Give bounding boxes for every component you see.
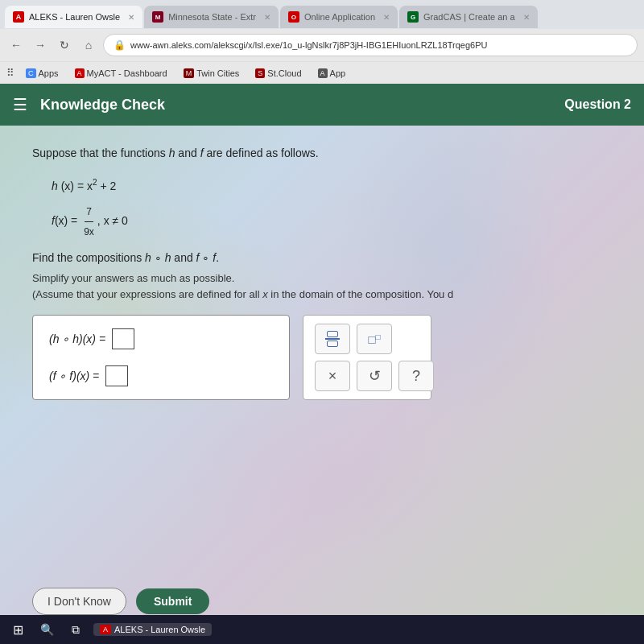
undo-icon: ↺ xyxy=(369,367,381,385)
refresh-button[interactable]: ↻ xyxy=(55,35,74,55)
comp-ff-row: (f ∘ f)(x) = xyxy=(49,365,273,386)
tab-minnesota-label: Minnesota State - Extr xyxy=(168,12,256,22)
tab-bar: A ALEKS - Lauren Owsle ✕ M Minnesota Sta… xyxy=(0,0,644,29)
tab-minnesota[interactable]: M Minnesota State - Extr ✕ xyxy=(144,6,279,28)
favicon-gradcas: G xyxy=(407,11,419,23)
times-button[interactable]: × xyxy=(315,361,350,391)
undo-button[interactable]: ↺ xyxy=(357,361,392,391)
times-icon: × xyxy=(328,368,337,385)
comp-hh-row: (h ∘ h)(x) = xyxy=(49,328,273,349)
windows-start-icon[interactable]: ⊞ xyxy=(6,618,29,641)
bookmark-myact[interactable]: A MyACT - Dashboard xyxy=(70,67,172,80)
tab-gradcas-label: GradCAS | Create an a xyxy=(423,12,515,22)
bookmark-stcloud-label: St.Cloud xyxy=(267,68,301,78)
comp-ff-input[interactable] xyxy=(105,365,128,386)
browser-chrome: A ALEKS - Lauren Owsle ✕ M Minnesota Sta… xyxy=(0,0,644,84)
exponent-button[interactable]: □ □ xyxy=(357,324,392,354)
taskbar: ⊞ 🔍 ⧉ A ALEKS - Lauren Owsle xyxy=(0,615,644,644)
dont-know-button[interactable]: I Don't Know xyxy=(32,588,126,615)
bookmark-twin-cities-label: Twin Cities xyxy=(196,68,239,78)
bookmark-apps[interactable]: C Apps xyxy=(21,67,64,80)
h-formula-text: h (x) = x2 + 2 xyxy=(52,175,116,197)
fraction-button[interactable] xyxy=(315,324,350,354)
back-button[interactable]: ← xyxy=(6,35,26,55)
aleks-taskbar-app[interactable]: A ALEKS - Lauren Owsle xyxy=(93,623,212,636)
f-formula-line: f(x) = 7 9x , x ≠ 0 xyxy=(52,202,612,242)
bottom-bar: I Don't Know Submit xyxy=(32,588,209,615)
aleks-header: ☰ Knowledge Check Question 2 xyxy=(0,84,644,126)
content-area: Suppose that the functions h and f are d… xyxy=(0,126,644,419)
submit-button[interactable]: Submit xyxy=(136,588,209,614)
h-var: h xyxy=(169,147,175,159)
f-denominator: 9x xyxy=(82,222,96,242)
problem-intro: Suppose that the functions h and f are d… xyxy=(32,145,612,162)
app-icon: A xyxy=(318,68,328,78)
address-bar-row: ← → ↻ ⌂ 🔒 www-awn.aleks.com/alekscgi/x/l… xyxy=(0,29,644,61)
simplify-note: Simplify your answers as much as possibl… xyxy=(32,270,612,302)
tab-application[interactable]: O Online Application ✕ xyxy=(280,6,398,28)
task-view-icon[interactable]: ⧉ xyxy=(64,618,87,641)
comp-ff-label: (f ∘ f)(x) = xyxy=(49,369,99,382)
favicon-minnesota: M xyxy=(152,11,163,23)
tab-gradcas-close[interactable]: ✕ xyxy=(523,13,530,22)
search-taskbar-icon[interactable]: 🔍 xyxy=(35,618,58,641)
tab-aleks[interactable]: A ALEKS - Lauren Owsle ✕ xyxy=(5,6,142,28)
tab-minnesota-close[interactable]: ✕ xyxy=(264,13,270,22)
comp-hh-input[interactable] xyxy=(112,328,134,349)
input-section: (h ∘ h)(x) = (f ∘ f)(x) = xyxy=(32,315,612,400)
twin-cities-icon: M xyxy=(184,68,195,78)
tab-aleks-label: ALEKS - Lauren Owsle xyxy=(29,12,120,22)
home-button[interactable]: ⌂ xyxy=(79,35,98,55)
question-label: Question 2 xyxy=(564,97,631,112)
bookmark-myact-label: MyACT - Dashboard xyxy=(87,68,167,78)
fraction-icon xyxy=(325,331,340,347)
favicon-aleks: A xyxy=(13,11,24,23)
f-numerator: 7 xyxy=(85,202,93,222)
composition-inputs: (h ∘ h)(x) = (f ∘ f)(x) = xyxy=(32,315,290,400)
url-text: www-awn.aleks.com/alekscgi/x/lsl.exe/1o_… xyxy=(130,40,487,50)
exponent-icon: □ □ xyxy=(368,332,380,346)
f-formula-text: f(x) = 7 9x , x ≠ 0 xyxy=(52,202,128,242)
favicon-application: O xyxy=(288,11,299,23)
apps-grid-icon: ⠿ xyxy=(6,67,14,79)
tab-application-label: Online Application xyxy=(304,12,375,22)
chrome-icon: C xyxy=(26,68,36,78)
forward-button[interactable]: → xyxy=(31,35,50,55)
find-compositions-text: Find the compositions h ∘ h and f ∘ f. xyxy=(32,251,612,264)
address-bar[interactable]: 🔒 www-awn.aleks.com/alekscgi/x/lsl.exe/1… xyxy=(103,34,638,56)
hamburger-menu-icon[interactable]: ☰ xyxy=(13,95,27,114)
math-block: h (x) = x2 + 2 f(x) = 7 9x , x ≠ 0 xyxy=(52,175,612,242)
taskbar-app-label: ALEKS - Lauren Owsle xyxy=(114,625,205,634)
tab-application-close[interactable]: ✕ xyxy=(383,13,390,22)
lock-icon: 🔒 xyxy=(114,39,126,51)
bookmark-app-label: App xyxy=(330,68,346,78)
bookmarks-bar: ⠿ C Apps A MyACT - Dashboard M Twin Citi… xyxy=(0,61,644,84)
aleks-app: ☰ Knowledge Check Question 2 Suppose tha… xyxy=(0,84,644,644)
stcloud-icon: S xyxy=(255,68,265,78)
tab-aleks-close[interactable]: ✕ xyxy=(128,13,134,22)
bookmark-twin-cities[interactable]: M Twin Cities xyxy=(179,67,245,80)
h-formula-line: h (x) = x2 + 2 xyxy=(52,175,612,197)
bookmark-stcloud[interactable]: S St.Cloud xyxy=(250,67,306,80)
header-left: ☰ Knowledge Check xyxy=(13,95,165,114)
bookmark-app[interactable]: A App xyxy=(313,67,351,80)
f-var: f xyxy=(200,147,204,159)
comp-hh-label: (h ∘ h)(x) = xyxy=(49,332,105,345)
taskbar-aleks-icon: A xyxy=(100,625,111,634)
page-title: Knowledge Check xyxy=(40,97,165,114)
tab-gradcas[interactable]: G GradCAS | Create an a ✕ xyxy=(399,6,538,28)
myact-icon: A xyxy=(75,68,85,78)
bookmark-apps-label: Apps xyxy=(39,68,59,78)
math-toolbar: □ □ × ↺ ? xyxy=(303,315,431,400)
help-button[interactable]: ? xyxy=(398,361,434,391)
help-icon: ? xyxy=(412,368,420,385)
